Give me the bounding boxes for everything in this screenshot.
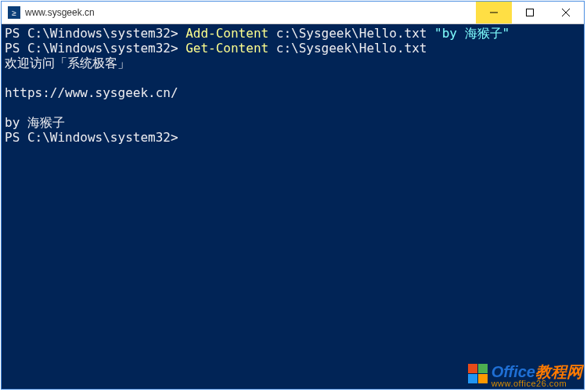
- window-title: www.sysgeek.cn: [25, 7, 476, 18]
- watermark: Office教程网 www.office26.com: [463, 362, 582, 389]
- terminal-line: [5, 100, 581, 115]
- terminal-line: by 海猴子: [5, 115, 581, 130]
- title-bar[interactable]: ≥ www.sysgeek.cn: [2, 2, 584, 24]
- svg-rect-1: [527, 9, 534, 16]
- close-button[interactable]: [548, 2, 584, 23]
- terminal-line: PS C:\Windows\system32>: [5, 130, 581, 145]
- maximize-button[interactable]: [512, 2, 548, 23]
- terminal-line: [5, 70, 581, 85]
- powershell-icon: ≥: [8, 6, 20, 19]
- office-logo-icon: [463, 362, 490, 389]
- terminal-line: PS C:\Windows\system32> Get-Content c:\S…: [5, 41, 581, 56]
- minimize-button[interactable]: [476, 2, 512, 23]
- powershell-window: ≥ www.sysgeek.cn PS C:\Windows\system32>…: [1, 1, 585, 390]
- terminal-line: PS C:\Windows\system32> Add-Content c:\S…: [5, 26, 581, 41]
- terminal-line: https://www.sysgeek.cn/: [5, 85, 581, 100]
- terminal-line: 欢迎访问「系统极客」: [5, 56, 581, 70]
- window-controls: [476, 2, 584, 23]
- watermark-text: Office教程网 www.office26.com: [492, 364, 582, 388]
- terminal-area[interactable]: PS C:\Windows\system32> Add-Content c:\S…: [2, 24, 584, 389]
